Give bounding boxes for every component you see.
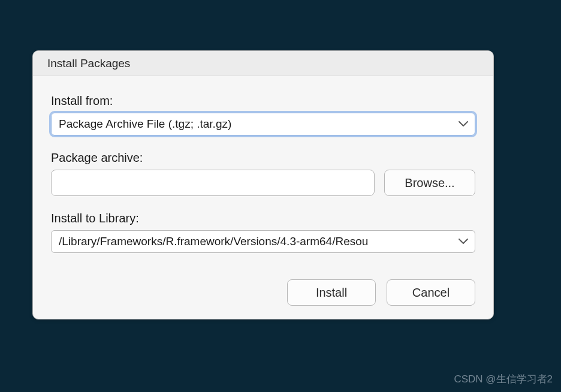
dialog-footer: Install Cancel — [51, 279, 475, 306]
install-button[interactable]: Install — [287, 279, 376, 306]
install-to-library-select[interactable]: /Library/Frameworks/R.framework/Versions… — [51, 230, 475, 253]
install-from-group: Install from: Package Archive File (.tgz… — [51, 94, 475, 135]
package-archive-group: Package archive: Browse... — [51, 151, 475, 196]
install-from-value: Package Archive File (.tgz; .tar.gz) — [59, 117, 231, 130]
package-archive-label: Package archive: — [51, 151, 475, 165]
dialog-body: Install from: Package Archive File (.tgz… — [33, 76, 493, 319]
install-packages-dialog: Install Packages Install from: Package A… — [32, 50, 494, 319]
install-to-library-label: Install to Library: — [51, 212, 475, 225]
install-to-library-value: /Library/Frameworks/R.framework/Versions… — [59, 235, 368, 248]
dialog-title: Install Packages — [47, 57, 130, 70]
package-archive-row: Browse... — [51, 170, 475, 196]
cancel-button[interactable]: Cancel — [387, 279, 475, 306]
watermark: CSDN @生信学习者2 — [454, 372, 553, 386]
dialog-titlebar: Install Packages — [33, 51, 493, 76]
package-archive-input[interactable] — [51, 170, 375, 196]
install-from-select[interactable]: Package Archive File (.tgz; .tar.gz) — [51, 113, 475, 135]
browse-button[interactable]: Browse... — [384, 170, 475, 196]
install-from-select-wrap: Package Archive File (.tgz; .tar.gz) — [51, 113, 475, 135]
install-to-library-group: Install to Library: /Library/Frameworks/… — [51, 212, 475, 253]
install-to-library-select-wrap: /Library/Frameworks/R.framework/Versions… — [51, 230, 475, 253]
install-from-label: Install from: — [51, 94, 475, 108]
